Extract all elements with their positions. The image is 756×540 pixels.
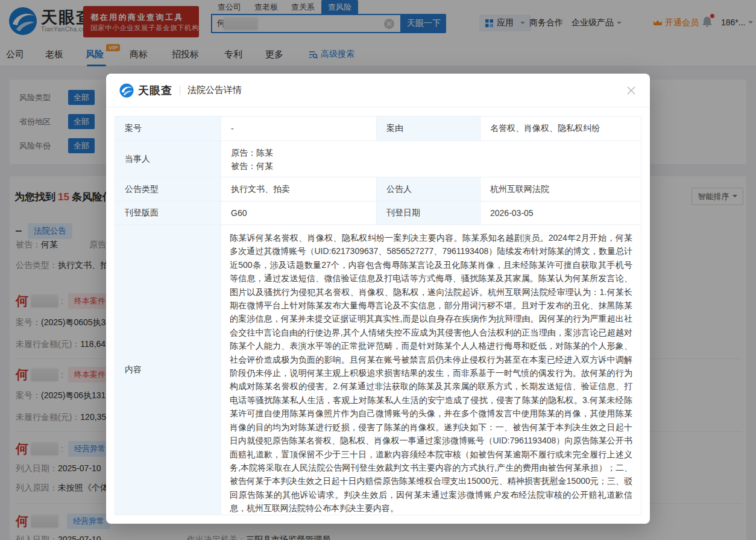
- page-value: G60: [221, 202, 377, 225]
- separator: [180, 86, 180, 95]
- announcer-value: 杭州互联网法院: [480, 177, 641, 202]
- tianyancha-logo-icon: [119, 83, 134, 98]
- parties-value: 原告：陈某 被告：何某: [221, 141, 641, 177]
- content-label: 内容: [115, 225, 221, 515]
- announcement-type-label: 公告类型: [115, 177, 221, 202]
- cause-value: 名誉权、肖像权、隐私权纠纷: [480, 116, 641, 141]
- close-icon[interactable]: [625, 84, 638, 97]
- announcement-type-value: 执行文书、拍卖: [221, 177, 377, 202]
- defendant-line: 被告：何某: [231, 159, 273, 173]
- cause-label: 案由: [377, 116, 480, 141]
- content-value: 陈某诉何某名誉权、肖像权、隐私权纠纷一案判决主要内容。陈某系知名越剧演员。202…: [221, 225, 641, 515]
- modal-title: 法院公告详情: [187, 84, 242, 96]
- case-number-label: 案号: [115, 116, 221, 141]
- parties-label: 当事人: [115, 141, 221, 177]
- announcer-label: 公告人: [377, 177, 480, 202]
- publish-date-label: 刊登日期: [377, 202, 480, 225]
- announcement-detail-table: 案号 - 案由 名誉权、肖像权、隐私权纠纷 当事人 原告：陈某 被告：何某 公告…: [115, 116, 641, 515]
- brand-name: 天眼查: [138, 83, 172, 98]
- case-number-value: -: [221, 116, 377, 141]
- modal-header: 天眼查 法院公告详情: [106, 74, 650, 107]
- plaintiff-line: 原告：陈某: [231, 146, 273, 159]
- page-label: 刊登版面: [115, 202, 221, 225]
- publish-date-value: 2026-03-05: [480, 202, 641, 225]
- court-announcement-modal: 天眼查 法院公告详情 案号 - 案由 名誉权、肖像权、隐私权纠纷 当事人 原告：…: [106, 74, 650, 524]
